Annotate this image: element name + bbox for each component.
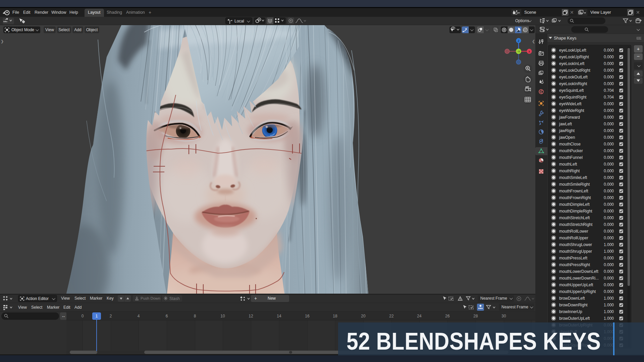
svg-text:Z: Z: [518, 39, 520, 43]
svg-text:-Y: -Y: [517, 50, 520, 53]
svg-text:X: X: [528, 50, 530, 53]
